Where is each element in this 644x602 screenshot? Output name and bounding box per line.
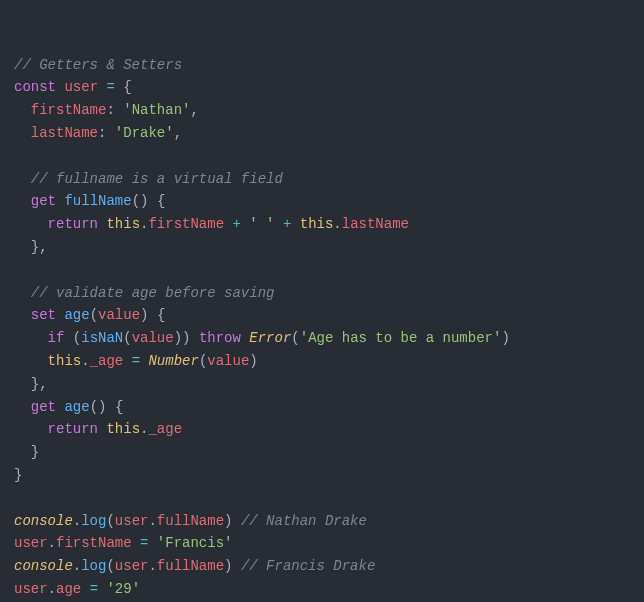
paren-close: ) [182,330,190,346]
fn-number: Number [148,353,198,369]
colon: : [106,102,114,118]
comma: , [174,125,182,141]
this: this [300,216,334,232]
string-nathan: 'Nathan' [123,102,190,118]
keyword-return: return [48,216,98,232]
keyword-get: get [31,193,56,209]
dot: . [73,558,81,574]
string-29: '29' [106,581,140,597]
brace-open: { [157,193,165,209]
ident-value: value [132,330,174,346]
brace-open: { [123,79,131,95]
keyword-throw: throw [199,330,241,346]
code-editor[interactable]: // Getters & Setters const user = { firs… [14,54,630,602]
paren-open: ( [106,558,114,574]
comment-header: // Getters & Setters [14,57,182,73]
comment-francis-drake: // Francis Drake [241,558,375,574]
paren-close: ) [224,558,232,574]
keyword-if: if [48,330,65,346]
paren-close: ) [98,399,106,415]
paren-open: ( [106,513,114,529]
op-plus: + [232,216,240,232]
paren-open: ( [132,193,140,209]
fn-age: age [64,399,89,415]
comma: , [39,239,47,255]
paren-open: ( [291,330,299,346]
paren-open: ( [90,307,98,323]
comment-nathan-drake: // Nathan Drake [241,513,367,529]
ident-user: user [14,581,48,597]
fn-log: log [81,558,106,574]
dot: . [148,558,156,574]
paren-open: ( [73,330,81,346]
fn-error: Error [249,330,291,346]
prop-fullname: fullName [157,513,224,529]
comment-validate: // validate age before saving [31,285,275,301]
paren-open: ( [90,399,98,415]
prop-firstname: firstName [56,535,132,551]
paren-close: ) [140,307,148,323]
dot: . [73,513,81,529]
prop-uage: _age [90,353,124,369]
paren-close: ) [249,353,257,369]
string-space: ' ' [249,216,274,232]
ident-user: user [115,513,149,529]
ident-user: user [64,79,98,95]
comment-fullname: // fullname is a virtual field [31,171,283,187]
comma: , [190,102,198,118]
paren-open: ( [123,330,131,346]
keyword-set: set [31,307,56,323]
prop-uage: _age [148,421,182,437]
comma: , [39,376,47,392]
prop-lastname: lastName [342,216,409,232]
dot: . [148,513,156,529]
brace-close: } [31,376,39,392]
fn-log: log [81,513,106,529]
keyword-const: const [14,79,56,95]
paren-close: ) [501,330,509,346]
keyword-get: get [31,399,56,415]
ident-user: user [115,558,149,574]
this: this [106,216,140,232]
dot: . [333,216,341,232]
dot: . [48,581,56,597]
brace-open: { [115,399,123,415]
fn-isnan: isNaN [81,330,123,346]
paren-close: ) [174,330,182,346]
paren-close: ) [140,193,148,209]
prop-firstname: firstName [148,216,224,232]
brace-close: } [14,467,22,483]
string-drake: 'Drake' [115,125,174,141]
brace-close: } [31,239,39,255]
brace-close: } [31,444,39,460]
op-equals: = [140,535,148,551]
this: this [106,421,140,437]
prop-fullname: fullName [157,558,224,574]
op-equals: = [132,353,140,369]
fn-age: age [64,307,89,323]
op-plus: + [283,216,291,232]
prop-lastname: lastName [31,125,98,141]
this: this [48,353,82,369]
ident-value: value [207,353,249,369]
dot: . [81,353,89,369]
colon: : [98,125,106,141]
keyword-return: return [48,421,98,437]
prop-firstname: firstName [31,102,107,118]
param-value: value [98,307,140,323]
prop-age: age [56,581,81,597]
fn-fullname: fullName [64,193,131,209]
paren-close: ) [224,513,232,529]
string-ageerr: 'Age has to be a number' [300,330,502,346]
obj-console: console [14,513,73,529]
op-equals: = [106,79,114,95]
string-francis: 'Francis' [157,535,233,551]
dot: . [48,535,56,551]
obj-console: console [14,558,73,574]
ident-user: user [14,535,48,551]
op-equals: = [90,581,98,597]
brace-open: { [157,307,165,323]
